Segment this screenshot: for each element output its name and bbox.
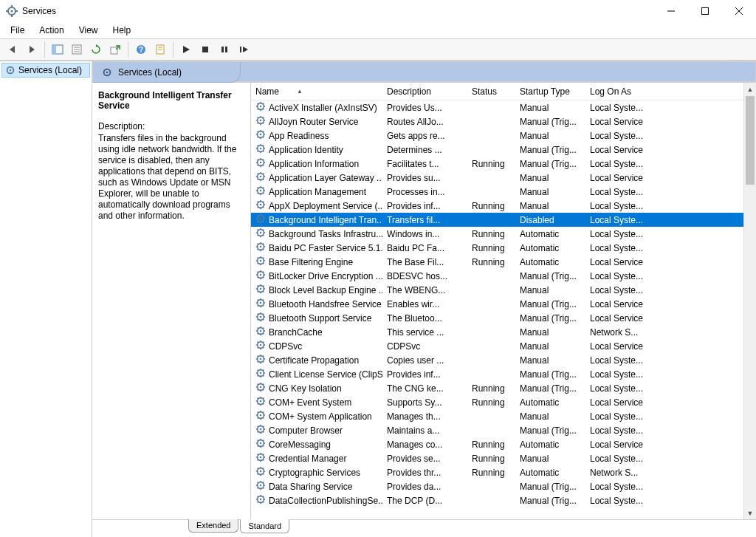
service-row[interactable]: Block Level Backup Engine ...The WBENG..…: [251, 283, 756, 297]
show-hide-tree-button[interactable]: [49, 41, 66, 58]
properties2-button[interactable]: [151, 41, 169, 58]
svg-line-148: [263, 258, 264, 259]
svg-line-256: [258, 412, 258, 413]
svg-line-78: [263, 160, 264, 160]
service-name: BranchCache: [269, 327, 323, 338]
svg-line-146: [258, 258, 258, 259]
service-row[interactable]: Bluetooth Handsfree ServiceEnables wir..…: [251, 297, 756, 311]
col-name[interactable]: Name▲: [251, 83, 382, 100]
help-button[interactable]: ?: [132, 41, 150, 58]
forward-button[interactable]: [23, 41, 41, 58]
col-description[interactable]: Description: [382, 83, 467, 100]
service-row[interactable]: CNG Key IsolationThe CNG ke...RunningMan…: [251, 381, 756, 395]
cell-description: Maintains a...: [382, 425, 467, 437]
minimize-button[interactable]: [654, 0, 688, 22]
tab-standard[interactable]: Standard: [240, 519, 289, 533]
svg-line-66: [258, 146, 258, 146]
service-row[interactable]: App ReadinessGets apps re...ManualLocal …: [251, 129, 756, 143]
service-row[interactable]: BranchCacheThis service ...ManualNetwork…: [251, 325, 756, 339]
cell-description: Provides inf...: [382, 200, 467, 212]
pause-service-button[interactable]: [216, 41, 233, 58]
service-row[interactable]: ActiveX Installer (AxInstSV)Provides Us.…: [251, 100, 756, 114]
refresh-button[interactable]: [87, 41, 105, 58]
tab-extended[interactable]: Extended: [188, 519, 238, 533]
svg-line-296: [258, 468, 258, 469]
svg-point-61: [260, 148, 262, 150]
service-name: Data Sharing Service: [269, 482, 352, 492]
service-row[interactable]: Certificate PropagationCopies user ...Ma…: [251, 353, 756, 367]
cell-status: Running: [467, 200, 515, 212]
menu-view[interactable]: View: [73, 24, 104, 37]
service-row[interactable]: Base Filtering EngineThe Base Fil...Runn…: [251, 255, 756, 269]
svg-point-211: [260, 358, 262, 360]
svg-line-269: [258, 431, 258, 432]
cell-status: [467, 360, 515, 361]
service-row[interactable]: BitLocker Drive Encryption ...BDESVC hos…: [251, 269, 756, 283]
col-log-on-as[interactable]: Log On As: [585, 83, 652, 100]
menu-action[interactable]: Action: [33, 24, 69, 37]
cell-logon: Local Syste...: [585, 481, 652, 493]
service-row[interactable]: Application InformationFacilitates t...R…: [251, 157, 756, 171]
cell-logon: Local Syste...: [585, 369, 652, 380]
service-row[interactable]: Background Intelligent Tran...Transfers …: [251, 213, 756, 227]
service-row[interactable]: CDPSvcCDPSvcManualLocal Service: [251, 339, 756, 353]
service-row[interactable]: Background Tasks Infrastru...Windows in.…: [251, 227, 756, 241]
cell-name: Client License Service (ClipS...: [251, 367, 382, 381]
service-rows[interactable]: ActiveX Installer (AxInstSV)Provides Us.…: [251, 100, 756, 519]
close-button[interactable]: [722, 0, 756, 22]
menu-help[interactable]: Help: [107, 24, 137, 37]
service-row[interactable]: COM+ System ApplicationManages th...Manu…: [251, 409, 756, 423]
svg-line-298: [263, 468, 264, 469]
service-name: AppX Deployment Service (...: [269, 201, 382, 211]
vertical-scrollbar[interactable]: ▲ ▼: [743, 83, 756, 519]
col-startup-type[interactable]: Startup Type: [515, 83, 585, 100]
svg-line-187: [263, 319, 264, 320]
back-button[interactable]: [4, 41, 21, 58]
refresh-icon: [90, 44, 102, 55]
service-row[interactable]: Baidu PC Faster Service 5.1....Baidu PC …: [251, 241, 756, 255]
detail-desc-label: Description:: [98, 121, 244, 131]
service-row[interactable]: CoreMessagingManages co...RunningAutomat…: [251, 437, 756, 451]
export-button[interactable]: [106, 41, 124, 58]
service-row[interactable]: Computer BrowserMaintains a...Manual (Tr…: [251, 423, 756, 437]
service-row[interactable]: Application Layer Gateway ...Provides su…: [251, 171, 756, 185]
service-row[interactable]: Application ManagementProcesses in...Man…: [251, 185, 756, 199]
service-row[interactable]: Credential ManagerProvides se...RunningM…: [251, 451, 756, 465]
cell-logon: Local Service: [585, 256, 652, 268]
cell-name: Bluetooth Handsfree Service: [251, 297, 382, 311]
cell-status: [467, 107, 515, 109]
svg-line-159: [258, 277, 258, 278]
service-row[interactable]: COM+ Event SystemSupports Sy...RunningAu…: [251, 395, 756, 409]
svg-line-136: [258, 244, 258, 244]
svg-line-229: [258, 375, 258, 376]
col-status[interactable]: Status: [467, 83, 515, 100]
service-name: Base Filtering Engine: [269, 257, 353, 267]
cell-startup: Automatic: [515, 228, 585, 240]
scroll-down-button[interactable]: ▼: [744, 507, 756, 519]
service-row[interactable]: AllJoyn Router ServiceRoutes AllJo...Man…: [251, 114, 756, 129]
cell-logon: Network S...: [585, 326, 652, 338]
maximize-button[interactable]: [688, 0, 722, 22]
scroll-thumb[interactable]: [746, 96, 755, 185]
restart-service-button[interactable]: [235, 41, 252, 58]
menu-file[interactable]: File: [4, 24, 30, 37]
properties-icon: [71, 44, 83, 55]
cell-name: Background Tasks Infrastru...: [251, 227, 382, 241]
service-row[interactable]: Application IdentityDetermines ...Manual…: [251, 143, 756, 157]
properties-button[interactable]: [68, 41, 86, 58]
stop-service-button[interactable]: [196, 41, 214, 58]
svg-line-139: [258, 249, 258, 250]
service-row[interactable]: Cryptographic ServicesProvides thr...Run…: [251, 465, 756, 479]
cell-description: Transfers fil...: [382, 214, 467, 226]
cell-startup: Manual (Trig...: [515, 481, 585, 493]
service-row[interactable]: Client License Service (ClipS...Provides…: [251, 367, 756, 381]
scroll-up-button[interactable]: ▲: [744, 83, 756, 95]
tree-root-services-local[interactable]: Services (Local): [1, 63, 90, 78]
start-service-button[interactable]: [177, 41, 195, 58]
service-row[interactable]: AppX Deployment Service (...Provides inf…: [251, 199, 756, 213]
service-row[interactable]: Data Sharing ServiceProvides da...Manual…: [251, 479, 756, 493]
service-row[interactable]: Bluetooth Support ServiceThe Bluetoo...M…: [251, 311, 756, 325]
svg-line-197: [263, 333, 264, 334]
cell-startup: Manual: [515, 186, 585, 198]
service-row[interactable]: DataCollectionPublishingSe...The DCP (D.…: [251, 493, 756, 507]
